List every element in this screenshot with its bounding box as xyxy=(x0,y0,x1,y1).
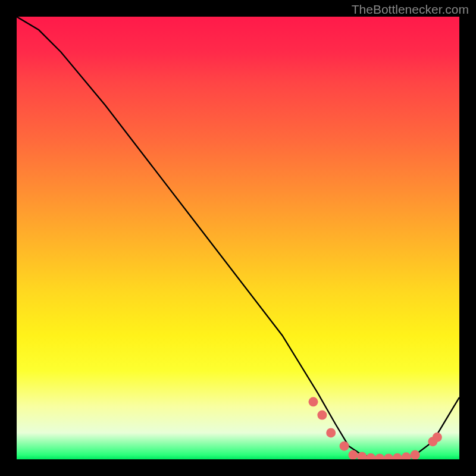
chart-marker xyxy=(348,450,358,459)
chart-container xyxy=(17,17,459,459)
chart-line xyxy=(17,17,459,459)
chart-marker xyxy=(317,411,327,420)
chart-marker xyxy=(309,397,318,406)
chart-marker xyxy=(433,433,442,442)
chart-svg xyxy=(17,17,459,459)
attribution-text: TheBottlenecker.com xyxy=(352,2,469,17)
chart-marker xyxy=(384,454,393,460)
chart-marker xyxy=(411,450,420,459)
chart-marker xyxy=(375,454,384,460)
chart-marker xyxy=(393,453,402,459)
chart-marker xyxy=(402,452,411,459)
chart-marker xyxy=(326,428,336,437)
chart-marker xyxy=(366,453,375,459)
chart-marker xyxy=(340,441,349,451)
